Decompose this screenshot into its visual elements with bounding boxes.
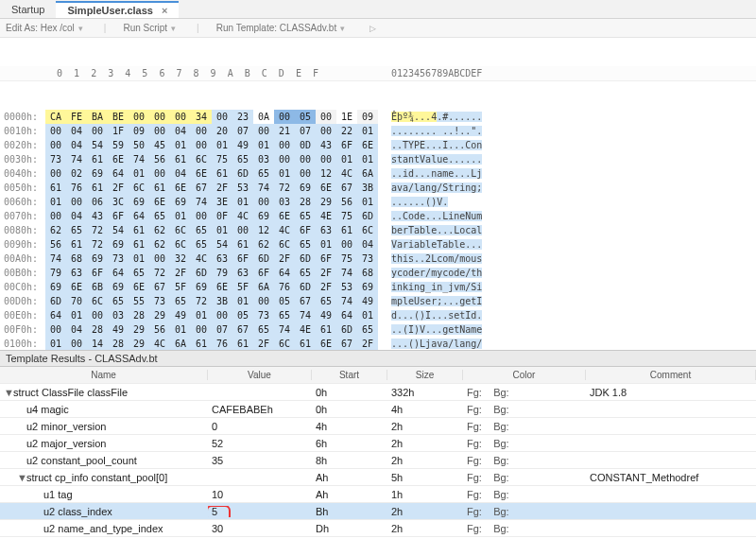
table-row[interactable]: u1 tag10Ah1hFg: Bg:: [0, 486, 756, 503]
hex-row[interactable]: 0100h:01001428294C6A6176612F6C616E672F..…: [0, 337, 756, 350]
hex-row[interactable]: 0010h:0004001F090004002007002107002201..…: [0, 124, 756, 138]
table-row[interactable]: ▼struct ClassFile classFile0h332hFg: Bg:…: [0, 384, 756, 401]
template-results-header: Template Results - CLASSAdv.bt: [0, 350, 756, 367]
table-row[interactable]: u2 name_and_type_index30Dh2hFg: Bg:: [0, 520, 756, 537]
hex-row[interactable]: 00D0h:6D706C65557365723B01000567657449mp…: [0, 294, 756, 308]
table-header: Name Value Start Size Color Comment: [0, 367, 756, 384]
hex-row[interactable]: 0080h:6265725461626C650100124C6F63616Cbe…: [0, 223, 756, 237]
hex-row[interactable]: 0050h:6176612F6C616E672F537472696E673Bav…: [0, 181, 756, 195]
hex-column-header: 0 1 2 3 4 5 6 7 8 9 A B C D E F 01234567…: [0, 66, 756, 81]
toolbar: Edit As: Hex /col▾ | Run Script▾ | Run T…: [0, 19, 756, 38]
hex-row[interactable]: 0020h:0004545950450100014901000D436F6E..…: [0, 138, 756, 152]
hex-row[interactable]: 00A0h:746869730100324C636F6D2F6D6F7573th…: [0, 252, 756, 266]
run-template-dropdown[interactable]: Run Template: CLASSAdv.bt▾: [216, 23, 349, 33]
template-results-table: Name Value Start Size Color Comment ▼str…: [0, 367, 756, 537]
tab-startup[interactable]: Startup: [0, 2, 56, 17]
hex-row[interactable]: 0070h:0004436F646501000F4C696E654E756D..…: [0, 209, 756, 223]
hex-row[interactable]: 00C0h:696E6B696E675F696E5F6A766D2F5369in…: [0, 280, 756, 294]
hex-viewer[interactable]: 0 1 2 3 4 5 6 7 8 9 A B C D E F 01234567…: [0, 38, 756, 350]
table-row[interactable]: ▼struct cp_info constant_pool[0]Ah5hFg: …: [0, 469, 756, 486]
table-row[interactable]: u2 class_index5Bh2hFg: Bg:: [0, 503, 756, 520]
hex-row[interactable]: 0030h:7374616E7456616C7565030000000101st…: [0, 152, 756, 166]
hex-row[interactable]: 0040h:000269640100046E616D650100124C6A..…: [0, 166, 756, 181]
hex-row[interactable]: 00B0h:79636F6465722F6D79636F64652F7468yc…: [0, 266, 756, 280]
tab-active-file[interactable]: SimpleUser.class ×: [56, 1, 179, 18]
edit-as-dropdown[interactable]: Edit As: Hex /col▾: [6, 23, 87, 33]
run-template-play-icon[interactable]: ▷: [366, 24, 380, 33]
tab-label: SimpleUser.class: [67, 5, 153, 16]
hex-row[interactable]: 0090h:5661726961626C655461626C65010004Va…: [0, 237, 756, 252]
hex-row[interactable]: 0060h:0100063C696E69743E01000328295601..…: [0, 195, 756, 209]
run-script-dropdown[interactable]: Run Script▾: [123, 23, 180, 33]
hex-row[interactable]: 0000h:CAFEBABE0000003400230A0005001E09Êþ…: [0, 110, 756, 124]
table-row[interactable]: u2 constant_pool_count358h2hFg: Bg:: [0, 452, 756, 469]
hex-row[interactable]: 00E0h:64010003282949010005736574496401d.…: [0, 308, 756, 322]
file-tabs: Startup SimpleUser.class ×: [0, 0, 756, 19]
table-row[interactable]: u2 major_version526h2hFg: Bg:: [0, 435, 756, 452]
close-icon[interactable]: ×: [162, 5, 167, 16]
hex-row[interactable]: 00F0h:0004284929560100076765744E616D65..…: [0, 322, 756, 337]
table-row[interactable]: u2 minor_version04h2hFg: Bg:: [0, 418, 756, 435]
table-row[interactable]: u4 magicCAFEBABEh0h4hFg: Bg:: [0, 401, 756, 418]
